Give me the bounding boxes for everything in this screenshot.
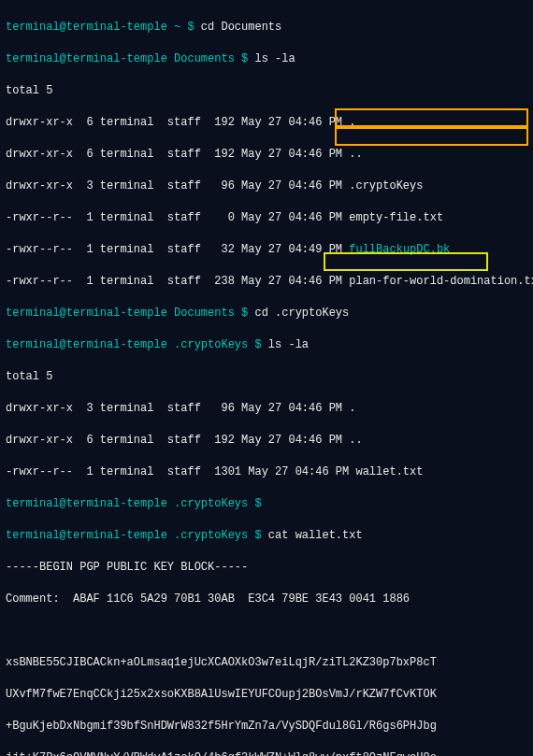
output-line: total 5	[6, 83, 527, 99]
prompt-line: terminal@terminal-temple .cryptoKeys $ c…	[6, 528, 527, 544]
output-line: drwxr-xr-x 3 terminal staff 96 May 27 04…	[6, 401, 527, 417]
prompt-line: terminal@terminal-temple .cryptoKeys $	[6, 496, 527, 512]
command: cat wallet.txt	[268, 529, 363, 542]
filename: fullBackupDC.bk	[349, 243, 450, 256]
output-line: drwxr-xr-x 6 terminal staff 192 May 27 0…	[6, 115, 527, 131]
output-line: drwxr-xr-x 3 terminal staff 96 May 27 04…	[6, 178, 527, 194]
output-line: UXvfM7fwE7EnqCCkji25x2xsoKXB8AlUswIEYUFC…	[6, 687, 527, 703]
prompt-line: terminal@terminal-temple ~ $ cd Document…	[6, 20, 527, 36]
filename: PM wallet.txt	[329, 465, 424, 478]
prompt: terminal@terminal-temple ~ $	[6, 21, 201, 34]
prompt-line: terminal@terminal-temple Documents $ ls …	[6, 51, 527, 67]
output-line: Comment: ABAF 11C6 5A29 70B1 30AB E3C4 7…	[6, 592, 527, 607]
command: ls -la	[268, 338, 309, 351]
output-line	[6, 623, 527, 639]
output-line: drwxr-xr-x 6 terminal staff 192 May 27 0…	[6, 147, 527, 163]
prompt: terminal@terminal-temple .cryptoKeys $	[6, 338, 268, 351]
command: ls -la	[254, 52, 295, 65]
output-line: total 5	[6, 369, 527, 385]
prompt-line: terminal@terminal-temple .cryptoKeys $ l…	[6, 337, 527, 353]
output-line: -rwxr--r-- 1 terminal staff 32 May 27 04…	[6, 242, 527, 258]
output-line: -rwxr--r-- 1 terminal staff 1301 May 27 …	[6, 464, 527, 480]
prompt-line: terminal@terminal-temple Documents $ cd …	[6, 306, 527, 321]
command: cd Documents	[201, 21, 281, 34]
prompt: terminal@terminal-temple .cryptoKeys $	[6, 497, 268, 510]
output-line: xsBNBE55CJIBCACkn+aOLmsaq1ejUcXCAOXkO3w7…	[6, 655, 527, 671]
prompt: terminal@terminal-temple Documents $	[6, 52, 254, 65]
output-line: drwxr-xr-x 6 terminal staff 192 May 27 0…	[6, 433, 527, 449]
output-line: jjt+K7Px6cQVMVNvY/VBWdvA1zckO/4h6gf3kWWZ…	[6, 750, 527, 756]
output-line: -rwxr--r-- 1 terminal staff 0 May 27 04:…	[6, 210, 527, 226]
output-line: -----BEGIN PGP PUBLIC KEY BLOCK-----	[6, 560, 527, 576]
output-line: +BguKjebDxNbgmif39bfSnHDWrW832f5HrYmZn7a…	[6, 719, 527, 735]
prompt: terminal@terminal-temple Documents $	[6, 307, 254, 320]
output-line: -rwxr--r-- 1 terminal staff 238 May 27 0…	[6, 274, 527, 290]
prompt: terminal@terminal-temple .cryptoKeys $	[6, 529, 268, 542]
command: cd .cryptoKeys	[254, 307, 349, 320]
terminal-window[interactable]: terminal@terminal-temple ~ $ cd Document…	[0, 0, 533, 756]
